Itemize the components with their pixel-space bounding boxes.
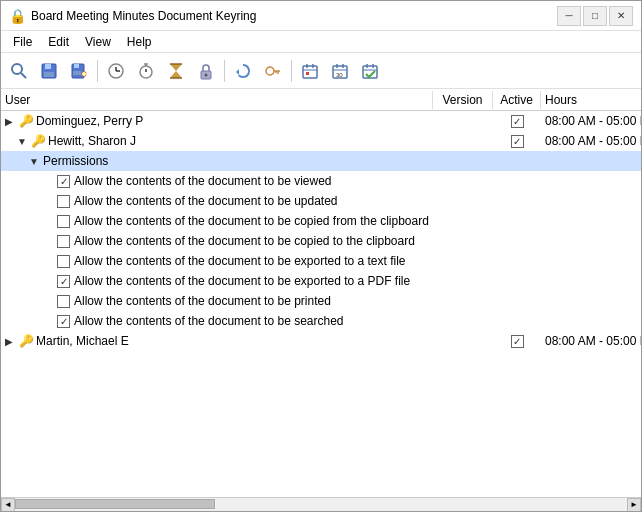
user-icon-hewitt: 🔑: [31, 134, 46, 148]
content-area: User Version Active Hours ▶ 🔑 Dominguez,…: [1, 89, 641, 511]
table-header: User Version Active Hours: [1, 89, 641, 111]
list-item[interactable]: Allow the contents of the document to be…: [1, 291, 641, 311]
perm-text-2: Allow the contents of the document to be…: [74, 214, 429, 228]
maximize-button[interactable]: □: [583, 6, 607, 26]
toolbar-clock-btn[interactable]: [102, 57, 130, 85]
toolbar-sep-1: [97, 60, 98, 82]
list-item[interactable]: Allow the contents of the document to be…: [1, 231, 641, 251]
list-item[interactable]: Allow the contents of the document to be…: [1, 191, 641, 211]
expand-arrow-dominguez[interactable]: ▶: [5, 116, 17, 127]
svg-marker-24: [236, 69, 239, 75]
list-item[interactable]: Allow the contents of the document to be…: [1, 171, 641, 191]
row-version-dominguez: [433, 120, 493, 122]
permissions-text: Permissions: [43, 154, 108, 168]
toolbar-lock-btn[interactable]: [192, 57, 220, 85]
perm-checkbox-2[interactable]: [57, 215, 70, 228]
expand-arrow-martin[interactable]: ▶: [5, 336, 17, 347]
menu-help[interactable]: Help: [119, 33, 160, 51]
window-title: Board Meeting Minutes Document Keyring: [31, 9, 557, 23]
toolbar-sep-3: [291, 60, 292, 82]
row-version-martin: [433, 340, 493, 342]
svg-rect-4: [44, 72, 54, 77]
svg-marker-18: [170, 64, 182, 71]
toolbar-calendar2-btn[interactable]: 30: [326, 57, 354, 85]
table-row[interactable]: ▶ 🔑 Dominguez, Perry P 08:00 AM - 05:00 …: [1, 111, 641, 131]
user-icon-dominguez: 🔑: [19, 114, 34, 128]
active-checkbox-dominguez[interactable]: [511, 115, 524, 128]
svg-marker-19: [170, 71, 182, 78]
user-icon-martin: 🔑: [19, 334, 34, 348]
toolbar-hourglass-btn[interactable]: [162, 57, 190, 85]
toolbar-save-btn[interactable]: [35, 57, 63, 85]
perm-checkbox-5[interactable]: [57, 275, 70, 288]
list-item[interactable]: Allow the contents of the document to be…: [1, 251, 641, 271]
svg-point-23: [205, 73, 208, 76]
permissions-version: [433, 160, 493, 162]
perm-text-3: Allow the contents of the document to be…: [74, 234, 415, 248]
svg-rect-29: [303, 66, 317, 78]
toolbar-key-btn[interactable]: [259, 57, 287, 85]
perm-checkbox-6[interactable]: [57, 295, 70, 308]
toolbar-check-btn[interactable]: [356, 57, 384, 85]
scroll-left-button[interactable]: ◄: [1, 498, 15, 512]
perm-text-7: Allow the contents of the document to be…: [74, 314, 344, 328]
toolbar-timer-btn[interactable]: [132, 57, 160, 85]
perm-text-4: Allow the contents of the document to be…: [74, 254, 406, 268]
list-item[interactable]: Allow the contents of the document to be…: [1, 211, 641, 231]
table-row[interactable]: ▶ 🔑 Martin, Michael E 08:00 AM - 05:00 P: [1, 331, 641, 351]
svg-point-0: [12, 64, 22, 74]
svg-rect-7: [73, 71, 81, 75]
row-active-martin: [493, 334, 541, 349]
perm-checkbox-1[interactable]: [57, 195, 70, 208]
menu-bar: File Edit View Help: [1, 31, 641, 53]
row-hours-dominguez: 08:00 AM - 05:00 P: [541, 113, 641, 129]
user-name-hewitt: Hewitt, Sharon J: [48, 134, 136, 148]
row-user-martin[interactable]: ▶ 🔑 Martin, Michael E: [1, 333, 433, 349]
main-window: 🔒 Board Meeting Minutes Document Keyring…: [0, 0, 642, 512]
list-item[interactable]: Allow the contents of the document to be…: [1, 271, 641, 291]
menu-edit[interactable]: Edit: [40, 33, 77, 51]
menu-view[interactable]: View: [77, 33, 119, 51]
col-header-version: Version: [433, 91, 493, 109]
user-name-dominguez: Dominguez, Perry P: [36, 114, 143, 128]
scroll-right-button[interactable]: ►: [627, 498, 641, 512]
toolbar-save-as-btn[interactable]: [65, 57, 93, 85]
expand-arrow-permissions[interactable]: ▼: [29, 156, 41, 167]
table-row[interactable]: ▼ 🔑 Hewitt, Sharon J 08:00 AM - 05:00 P: [1, 131, 641, 151]
row-user-dominguez[interactable]: ▶ 🔑 Dominguez, Perry P: [1, 113, 433, 129]
title-bar: 🔒 Board Meeting Minutes Document Keyring…: [1, 1, 641, 31]
col-header-hours: Hours: [541, 91, 641, 109]
row-hours-hewitt: 08:00 AM - 05:00 P: [541, 133, 641, 149]
row-hours-martin: 08:00 AM - 05:00 P: [541, 333, 641, 349]
toolbar-refresh-btn[interactable]: [229, 57, 257, 85]
toolbar-calendar1-btn[interactable]: [296, 57, 324, 85]
perm-text-0: Allow the contents of the document to be…: [74, 174, 332, 188]
scroll-track[interactable]: [15, 498, 627, 512]
svg-point-25: [266, 67, 274, 75]
window-controls: ─ □ ✕: [557, 6, 633, 26]
permissions-header-row[interactable]: ▼ Permissions: [1, 151, 641, 171]
close-button[interactable]: ✕: [609, 6, 633, 26]
perm-text-6: Allow the contents of the document to be…: [74, 294, 331, 308]
perm-checkbox-3[interactable]: [57, 235, 70, 248]
svg-text:30: 30: [336, 72, 343, 78]
perm-checkbox-0[interactable]: [57, 175, 70, 188]
active-checkbox-martin[interactable]: [511, 335, 524, 348]
menu-file[interactable]: File: [5, 33, 40, 51]
user-name-martin: Martin, Michael E: [36, 334, 129, 348]
row-active-hewitt: [493, 134, 541, 149]
scroll-thumb[interactable]: [15, 499, 215, 509]
perm-text-5: Allow the contents of the document to be…: [74, 274, 410, 288]
permissions-label[interactable]: ▼ Permissions: [1, 153, 433, 169]
table-body: ▶ 🔑 Dominguez, Perry P 08:00 AM - 05:00 …: [1, 111, 641, 497]
list-item[interactable]: Allow the contents of the document to be…: [1, 311, 641, 331]
toolbar-search-btn[interactable]: [5, 57, 33, 85]
expand-arrow-hewitt[interactable]: ▼: [17, 136, 29, 147]
toolbar-sep-2: [224, 60, 225, 82]
perm-checkbox-4[interactable]: [57, 255, 70, 268]
perm-checkbox-7[interactable]: [57, 315, 70, 328]
minimize-button[interactable]: ─: [557, 6, 581, 26]
col-header-active: Active: [493, 91, 541, 109]
active-checkbox-hewitt[interactable]: [511, 135, 524, 148]
row-user-hewitt[interactable]: ▼ 🔑 Hewitt, Sharon J: [1, 133, 433, 149]
